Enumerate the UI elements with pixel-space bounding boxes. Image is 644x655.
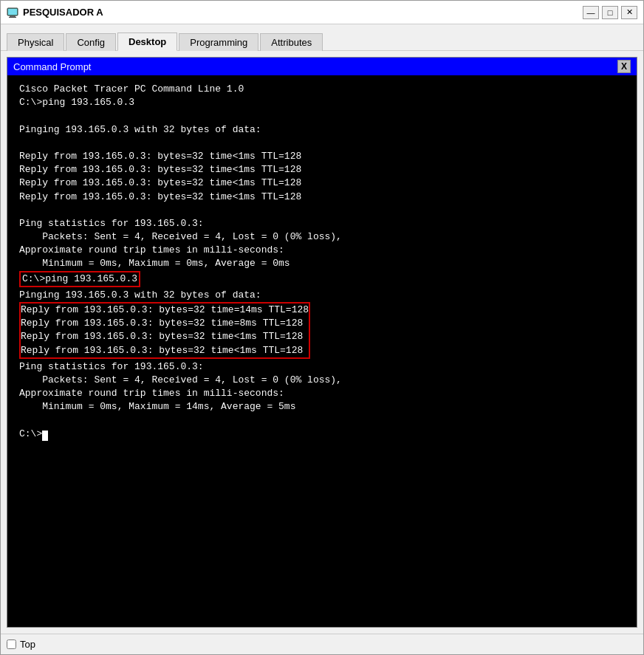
- terminal[interactable]: Cisco Packet Tracer PC Command Line 1.0 …: [7, 75, 637, 627]
- main-window: PESQUISADOR A — □ ✕ Physical Config Desk…: [0, 0, 644, 655]
- title-bar-controls: — □ ✕: [583, 6, 637, 19]
- title-bar-left: PESQUISADOR A: [7, 7, 103, 18]
- svg-rect-2: [9, 17, 16, 18]
- content-area: Command Prompt X Cisco Packet Tracer PC …: [1, 51, 643, 634]
- command-prompt-title: Command Prompt: [13, 61, 91, 72]
- terminal-line-1: Cisco Packet Tracer PC Command Line 1.0 …: [19, 83, 625, 271]
- highlighted-replies-block: Reply from 193.165.0.3: bytes=32 time=14…: [19, 302, 310, 359]
- window-title: PESQUISADOR A: [23, 7, 103, 18]
- tab-attributes[interactable]: Attributes: [260, 33, 323, 51]
- tab-bar: Physical Config Desktop Programming Attr…: [1, 24, 643, 51]
- svg-rect-1: [10, 16, 16, 17]
- title-bar: PESQUISADOR A — □ ✕: [1, 1, 643, 24]
- tab-programming[interactable]: Programming: [179, 33, 258, 51]
- app-icon: [7, 7, 18, 18]
- highlighted-cmd: C:\>ping 193.165.0.3: [19, 271, 140, 287]
- top-label: Top: [20, 639, 35, 650]
- tab-physical[interactable]: Physical: [7, 33, 64, 51]
- command-prompt-close[interactable]: X: [617, 60, 631, 73]
- maximize-button[interactable]: □: [602, 6, 618, 19]
- tab-desktop[interactable]: Desktop: [117, 32, 177, 51]
- terminal-replies: Reply from 193.165.0.3: bytes=32 time=14…: [21, 304, 309, 357]
- bottom-bar: Top: [1, 634, 643, 654]
- close-button[interactable]: ✕: [621, 6, 637, 19]
- minimize-button[interactable]: —: [583, 6, 599, 19]
- svg-rect-3: [8, 9, 17, 15]
- terminal-stats-2: Ping statistics for 193.165.0.3: Packets…: [19, 360, 625, 441]
- highlighted-command-section: C:\>ping 193.165.0.3: [19, 271, 625, 287]
- top-checkbox[interactable]: [7, 639, 16, 649]
- tab-config[interactable]: Config: [66, 33, 116, 51]
- top-checkbox-label[interactable]: Top: [7, 639, 35, 650]
- command-prompt-header: Command Prompt X: [7, 58, 637, 75]
- command-prompt-wrapper: Command Prompt X Cisco Packet Tracer PC …: [7, 57, 637, 628]
- terminal-second-pinging: Pinging 193.165.0.3 with 32 bytes of dat…: [19, 289, 625, 302]
